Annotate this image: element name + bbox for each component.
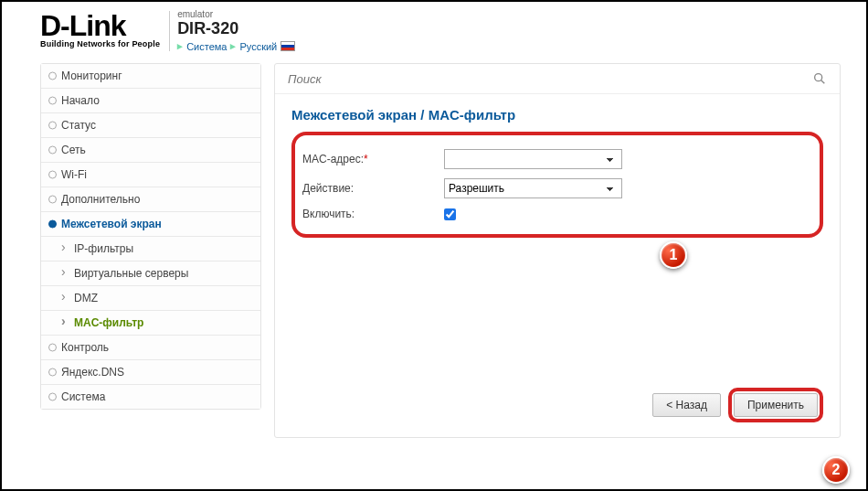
sidebar-item-firewall[interactable]: Межсетевой экран	[41, 212, 260, 237]
model-name: DIR-320	[177, 19, 295, 38]
logo-tagline: Building Networks for People	[40, 39, 160, 48]
action-select[interactable]: Разрешить	[444, 178, 622, 198]
apply-button[interactable]: Применить	[734, 393, 818, 417]
sidebar-item-wifi[interactable]: Wi-Fi	[41, 163, 260, 187]
sidebar-item-monitoring[interactable]: Мониторинг	[41, 64, 260, 89]
footer-actions: < Назад Применить	[275, 377, 840, 437]
crumb-system[interactable]: Система	[186, 41, 227, 52]
sidebar: Мониторинг Начало Статус Сеть Wi-Fi Допо…	[40, 63, 261, 438]
emulator-label: emulator	[177, 9, 295, 19]
enable-label: Включить:	[302, 208, 444, 220]
content-inner: Межсетевой экран / MAC-фильтр MAC-адрес:…	[275, 94, 840, 251]
header: D-Link Building Networks for People emul…	[2, 2, 866, 54]
chevron-right-icon: ▸	[177, 40, 183, 52]
back-button[interactable]: < Назад	[652, 393, 721, 417]
chevron-right-icon: ▸	[230, 40, 236, 52]
sidebar-item-control[interactable]: Контроль	[41, 336, 260, 360]
mac-select[interactable]	[444, 149, 622, 169]
crumb-language[interactable]: Русский	[239, 41, 277, 52]
sidebar-item-start[interactable]: Начало	[41, 89, 260, 113]
svg-line-1	[821, 80, 825, 84]
sidebar-item-advanced[interactable]: Дополнительно	[41, 187, 260, 212]
search-input[interactable]	[288, 72, 812, 86]
divider	[169, 11, 170, 51]
page-title: Межсетевой экран / MAC-фильтр	[291, 107, 823, 123]
flag-ru-icon[interactable]	[281, 41, 295, 51]
apply-highlight: Применить	[728, 388, 823, 422]
callout-2: 2	[822, 456, 850, 484]
sidebar-item-system[interactable]: Система	[41, 385, 260, 409]
form-highlight-box: MAC-адрес:* Действие: Разрешить Включить…	[291, 132, 823, 238]
enable-checkbox[interactable]	[444, 208, 456, 220]
logo: D-Link Building Networks for People	[40, 13, 160, 48]
sidebar-item-mac-filter[interactable]: MAC-фильтр	[41, 311, 260, 336]
breadcrumb: ▸ Система ▸ Русский	[177, 40, 295, 52]
content: Межсетевой экран / MAC-фильтр MAC-адрес:…	[274, 63, 841, 438]
form-row-action: Действие: Разрешить	[302, 174, 812, 203]
sidebar-item-yandex-dns[interactable]: Яндекс.DNS	[41, 360, 260, 385]
svg-point-0	[815, 74, 822, 81]
callout-1: 1	[660, 241, 687, 269]
sidebar-item-status[interactable]: Статус	[41, 113, 260, 138]
search-icon[interactable]	[812, 71, 827, 86]
form-row-enable: Включить:	[302, 203, 812, 225]
form-row-mac: MAC-адрес:*	[302, 144, 812, 174]
sidebar-item-network[interactable]: Сеть	[41, 138, 260, 163]
search-bar	[275, 64, 840, 94]
action-label: Действие:	[302, 182, 444, 195]
model-block: emulator DIR-320 ▸ Система ▸ Русский	[177, 9, 295, 52]
sidebar-item-ip-filters[interactable]: IP-фильтры	[41, 237, 260, 262]
sidebar-menu: Мониторинг Начало Статус Сеть Wi-Fi Допо…	[40, 63, 261, 410]
sidebar-item-virtual-servers[interactable]: Виртуальные серверы	[41, 262, 260, 286]
mac-label: MAC-адрес:*	[302, 153, 444, 165]
sidebar-item-dmz[interactable]: DMZ	[41, 286, 260, 311]
logo-text: D-Link	[40, 13, 126, 39]
